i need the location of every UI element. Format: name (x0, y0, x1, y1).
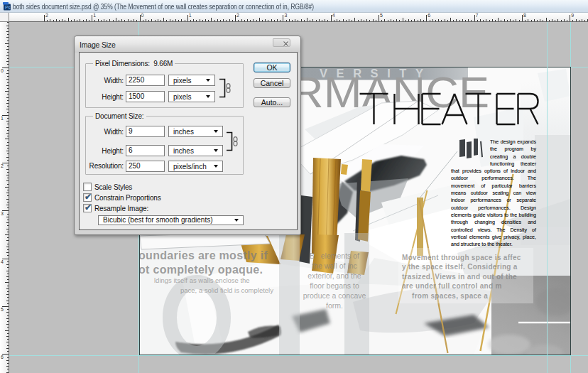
svg-text:Ps: Ps (5, 5, 11, 10)
